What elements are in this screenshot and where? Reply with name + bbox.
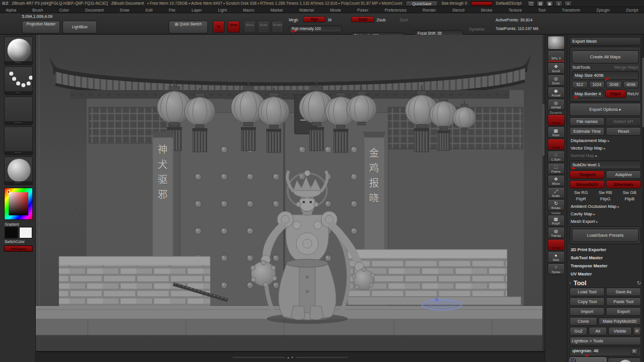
menu-item[interactable]: Preferences [385,8,407,12]
menu-item[interactable]: Movie [330,8,341,12]
bpr-render-button[interactable] [548,36,565,50]
plugin-subtool-master[interactable]: SubTool Master [571,255,640,260]
switch-color-label[interactable]: SwitchColor [5,240,25,244]
load-tool-button[interactable]: Load Tool [569,288,605,296]
color-picker[interactable] [4,188,33,220]
menu-item[interactable]: Stroke [481,8,492,12]
current-stroke-thumbnail[interactable]: ▪▪▪ [4,66,33,95]
save-as-button[interactable]: Save As [606,288,641,296]
rgb-button[interactable]: Rgb [303,16,326,23]
dynamic-toggle[interactable]: Dynamic [469,27,485,31]
export-mesh-header[interactable]: Export Mesh [569,37,641,46]
minimize-icon[interactable]: ± [555,1,563,6]
edit-button[interactable]: ✎ [213,21,225,33]
ambient-occlusion-map-section[interactable]: Ambient Occlusion Map ▸ [571,204,640,209]
main-color-swatch[interactable] [5,227,18,238]
menu-item[interactable]: Transform [562,8,580,12]
color-cursor[interactable] [7,191,10,193]
frame-button[interactable]: ⛶Frame [548,163,565,174]
rotate-button[interactable]: Rotate [271,21,284,33]
lightbox-button[interactable]: LightBox [62,21,97,33]
map-border-slider[interactable]: Map Border 4 [572,89,604,98]
sw-rg-toggle[interactable]: Sw RG [569,190,593,195]
default-zscript-button[interactable]: DefaultZScript [496,1,522,5]
map-size-4096-button[interactable]: 4096 [623,81,639,88]
floor-button[interactable]: ▦Floor [548,126,565,138]
export-options-button[interactable]: Export Options ▸ [569,103,641,116]
vector-disp-map-section[interactable]: Vector Disp Map ▸ [571,145,640,151]
actual-button[interactable]: ◉Actual [548,87,565,98]
menu-item[interactable]: Document [85,8,103,12]
sw-gb-toggle[interactable]: Sw GB [618,190,641,195]
ghost-button[interactable]: Ghost [548,239,565,251]
menu-item[interactable]: File [169,8,175,12]
menu-item[interactable]: Alpha [6,8,16,12]
tangent-toggle[interactable]: Tangent [569,170,605,179]
subtools-toggle[interactable]: SubTools [572,65,590,70]
menu-item[interactable]: Draw [120,8,129,12]
menu-item[interactable]: Stencil [452,8,464,12]
menu-item[interactable]: Texture [509,8,522,12]
flipv-toggle[interactable]: FlipV [605,89,626,98]
map-size-2048-button[interactable]: 2048 [606,81,622,88]
projection-master-button[interactable]: Projection Master [22,21,60,33]
menu-item[interactable]: Zscript [626,8,638,12]
current-tool-slider[interactable]: qiangnian. 48 R [569,346,641,356]
create-all-maps-button[interactable]: Create All Maps [572,50,639,64]
menu-item[interactable]: Zplugin [597,8,610,12]
rotate-3d-button[interactable]: ↻Rotate [548,199,565,211]
tool-r-button[interactable]: R [631,348,638,354]
m-button[interactable]: M [328,18,332,22]
lsym-button[interactable]: ∴L.Sym [548,151,565,162]
mesh-export-section[interactable]: Mesh Export ▸ [571,219,640,224]
plugin-3d-print-exporter[interactable]: 3D Print Exporter [571,247,640,252]
secondary-color-swatch[interactable] [19,227,32,238]
windows-icon[interactable]: ◫ [527,1,535,6]
normal-map-section[interactable]: Normal Map ▸ [571,153,640,158]
restore-icon[interactable]: ▣ [546,1,553,6]
zoom-button[interactable]: ◎Zoom [548,74,565,86]
menu-item[interactable]: Marker [270,8,283,12]
menu-item[interactable]: Picker [357,8,368,12]
menu-item[interactable]: Render [423,8,436,12]
plugin-uv-master[interactable]: UV Master [571,271,640,277]
mrgb-button[interactable]: Mrgb [289,18,298,22]
persp-button[interactable]: Persp [548,114,565,126]
current-brush-thumbnail[interactable]: ▪▪▪▪ [4,36,33,65]
clone-button[interactable]: Clone [569,317,597,326]
flipr-toggle[interactable]: FlipR [569,196,593,201]
smoothuv-toggle[interactable]: SmoothUV [569,180,605,189]
goz-r-button[interactable]: R [633,327,641,335]
move-3d-button[interactable]: ✥Move [548,175,565,186]
merge-maps-toggle[interactable]: Merge Maps [614,65,638,70]
export-button[interactable]: Export [606,307,641,316]
paste-tool-button[interactable]: Paste Tool [606,297,641,306]
zsub-button[interactable]: Zsub [377,18,386,22]
scale-3d-button[interactable]: ⤢Scale [548,187,565,199]
make-polymesh3d-button[interactable]: Make PolyMesh3D [598,318,641,325]
file-names-button[interactable]: File names [569,117,605,126]
reload-icon[interactable]: ↻ [636,280,641,286]
current-alpha-thumbnail[interactable]: ▪▪▪▪▪ [4,96,33,125]
menu-item[interactable]: Color [59,8,69,12]
cavity-map-section[interactable]: Cavity Map ▸ [571,211,640,217]
map-size-1024-button[interactable]: 1024 [589,81,605,88]
load-save-presets-button[interactable]: Load/Save Presets [572,229,639,242]
scale-button[interactable]: Scale [258,21,270,33]
switch-mt-button[interactable]: Switch MT [606,117,641,126]
menu-item[interactable]: Layer [192,8,202,12]
map-size-512-button[interactable]: 512 [572,81,588,88]
copy-tool-button[interactable]: Copy Tool [569,297,605,306]
goz-all-button[interactable]: All [589,327,606,335]
menu-item[interactable]: Macro [243,8,254,12]
menu-item[interactable]: Brush [32,8,43,12]
current-texture-thumbnail[interactable]: ▪▪▪▪▪ [4,126,33,155]
flipg-toggle[interactable]: FlipG [594,196,617,201]
polyframe-button[interactable]: ▦PolyF [548,215,565,226]
bottom-tray-handle[interactable]: ▴ ▾ [36,351,545,362]
scroll-button[interactable]: ✥Scroll [548,62,565,74]
goz-button[interactable]: GoZ [569,327,587,335]
reuv-toggle[interactable]: ReUV [627,91,639,96]
displacement-map-section[interactable]: Displacement Map ▸ [571,138,640,143]
document-canvas[interactable]: 神犬驱邪 金鸡报晓 [36,35,545,351]
